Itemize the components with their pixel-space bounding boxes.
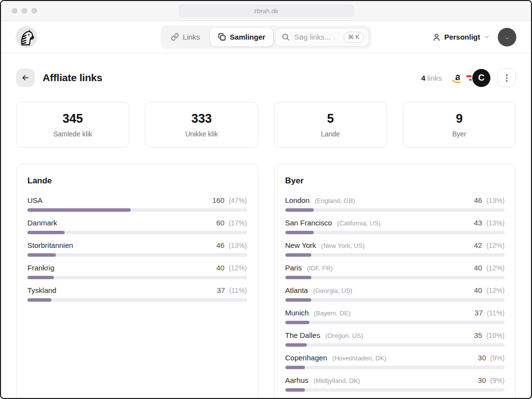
- bar-fill: [27, 298, 51, 302]
- metric-percentage: (13%): [486, 219, 505, 227]
- metric-row: Paris (IDF, FR) 40 (12%): [285, 263, 505, 279]
- links-count-label: links: [427, 74, 442, 82]
- stat-label: Byer: [452, 130, 466, 138]
- bar-fill: [285, 276, 312, 279]
- metric-name: Storbritannien: [27, 241, 73, 249]
- chevron-down-icon: [484, 34, 490, 40]
- bar-fill: [285, 388, 305, 392]
- metric-percentage: (12%): [486, 287, 505, 294]
- metric-name: Frankrig: [27, 264, 54, 272]
- bar-fill: [285, 366, 305, 369]
- bar-track: [285, 388, 505, 392]
- metric-name: Paris: [285, 264, 302, 272]
- stat-card: 333 Unikke klik: [145, 102, 258, 148]
- metric-name: New York: [285, 241, 316, 249]
- bar-fill: [285, 231, 314, 234]
- metric-value: 40: [216, 264, 225, 272]
- metric-name: USA: [27, 196, 43, 204]
- metric-row: London (England, GB) 46 (13%): [285, 196, 505, 212]
- links-count: 4links: [421, 74, 442, 82]
- metric-percentage: (13%): [486, 197, 505, 204]
- metric-row: Tyskland 37 (11%): [27, 286, 247, 302]
- nav-tab-links[interactable]: Links: [163, 28, 208, 46]
- cities-panel-title: Byer: [285, 176, 505, 186]
- metric-region: (Bayern, DE): [314, 310, 350, 317]
- metric-row: San Francisco (California, US) 43 (13%): [285, 218, 505, 234]
- user-avatar[interactable]: [498, 28, 516, 46]
- metric-percentage: (12%): [486, 264, 505, 272]
- metric-name: Tyskland: [27, 286, 56, 294]
- metric-name: The Dalles: [285, 331, 321, 339]
- search-input[interactable]: [294, 33, 339, 41]
- zebra-logo-icon: [16, 26, 37, 48]
- metric-value: 37: [217, 286, 225, 294]
- metric-value: 40: [474, 264, 483, 272]
- bar-track: [285, 208, 505, 212]
- stat-label: Lande: [321, 130, 340, 138]
- window-close-button[interactable]: [12, 8, 18, 14]
- window-zoom-button[interactable]: [31, 8, 37, 14]
- metric-value: 30: [478, 354, 486, 362]
- bar-track: [27, 298, 247, 302]
- metric-name: Munich: [285, 309, 309, 317]
- metric-region: (New York, US): [321, 242, 365, 249]
- metric-region: (California, US): [337, 220, 381, 227]
- kebab-icon: [506, 74, 508, 76]
- bar-fill: [285, 321, 309, 324]
- metric-row: USA 160 (47%): [27, 196, 247, 212]
- bar-fill: [27, 231, 65, 234]
- metric-percentage: (9%): [490, 354, 505, 362]
- address-bar[interactable]: zbrah.dk: [179, 5, 354, 17]
- stat-label: Unikke klik: [185, 130, 218, 138]
- page-title-row: Affliate links 4links a: [1, 53, 531, 87]
- more-options-button[interactable]: [497, 68, 516, 87]
- browser-window: zbrah.dk: [0, 0, 532, 399]
- window-controls[interactable]: [12, 8, 37, 14]
- search-icon: [281, 33, 290, 41]
- metric-row: Aarhus (Midtjylland, DK) 30 (9%): [285, 376, 505, 392]
- metric-name: San Francisco: [285, 219, 332, 227]
- bar-track: [285, 366, 505, 369]
- metric-percentage: (10%): [486, 332, 505, 339]
- bar-track: [285, 253, 505, 257]
- nav-tab-collections[interactable]: Samlinger: [210, 28, 274, 46]
- countries-list: USA 160 (47%) Danmark 60 (17%): [27, 196, 247, 302]
- metric-value: 40: [474, 286, 483, 294]
- metric-row: Atlanta (Georgia, US) 40 (12%): [285, 286, 505, 302]
- metric-row: Storbritannien 46 (13%): [27, 241, 247, 257]
- stats-grid: 345 Samlede klik 333 Unikke klik 5 Lande…: [1, 87, 531, 148]
- page-title: Affliate links: [43, 72, 102, 84]
- metric-row: New York (New York, US) 42 (12%): [285, 241, 505, 257]
- stat-label: Samlede klik: [53, 130, 92, 138]
- metric-row: Copenhagen (Hovedstaden, DK) 30 (9%): [285, 353, 505, 369]
- account-menu-label: Personligt: [444, 33, 480, 41]
- metric-region: (England, GB): [315, 197, 355, 204]
- bar-fill: [27, 208, 131, 212]
- metric-value: 46: [474, 196, 483, 204]
- metric-name: Danmark: [27, 219, 57, 227]
- metric-region: (Midtjylland, DK): [313, 377, 360, 384]
- bar-track: [27, 231, 247, 234]
- window-minimize-button[interactable]: [22, 8, 27, 14]
- app-logo[interactable]: [16, 26, 37, 48]
- account-group: Personligt: [432, 28, 516, 46]
- back-button[interactable]: [16, 68, 35, 87]
- bar-track: [27, 208, 247, 212]
- metric-value: 43: [474, 219, 483, 227]
- title-actions: 4links a C: [421, 68, 516, 87]
- bar-fill: [285, 208, 314, 212]
- bar-fill: [27, 253, 56, 257]
- metric-percentage: (13%): [229, 242, 247, 249]
- arrow-left-icon: [21, 73, 30, 82]
- nav-tab-links-label: Links: [183, 33, 200, 41]
- countries-panel-title: Lande: [27, 176, 247, 186]
- account-menu-button[interactable]: Personligt: [432, 33, 490, 42]
- metric-percentage: (12%): [486, 242, 505, 249]
- metric-region: (Georgia, US): [313, 287, 352, 294]
- person-icon: [432, 33, 441, 42]
- nav-tab-collections-label: Samlinger: [230, 33, 266, 41]
- bar-fill: [27, 276, 54, 279]
- links-count-value: 4: [421, 74, 425, 82]
- metric-percentage: (11%): [487, 309, 505, 317]
- search-box[interactable]: ⌘ K: [275, 28, 369, 46]
